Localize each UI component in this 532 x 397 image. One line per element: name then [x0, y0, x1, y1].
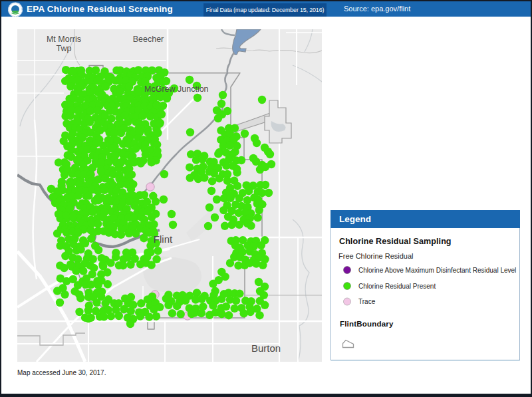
svg-text:FlintBoundary: FlintBoundary [340, 320, 394, 328]
svg-text:Twp: Twp [57, 44, 72, 53]
svg-text:Chlorine Residual Present: Chlorine Residual Present [358, 283, 436, 290]
svg-text:Flint: Flint [154, 233, 173, 245]
svg-text:Burton: Burton [251, 342, 281, 354]
svg-text:McGrew Junction: McGrew Junction [144, 84, 209, 94]
svg-text:Mt Morris: Mt Morris [47, 35, 81, 44]
svg-text:Beecher: Beecher [133, 35, 164, 44]
svg-text:Chlorine Above Maximum Disinfe: Chlorine Above Maximum Disinfectant Resi… [358, 267, 516, 274]
svg-text:Trace: Trace [358, 298, 376, 305]
